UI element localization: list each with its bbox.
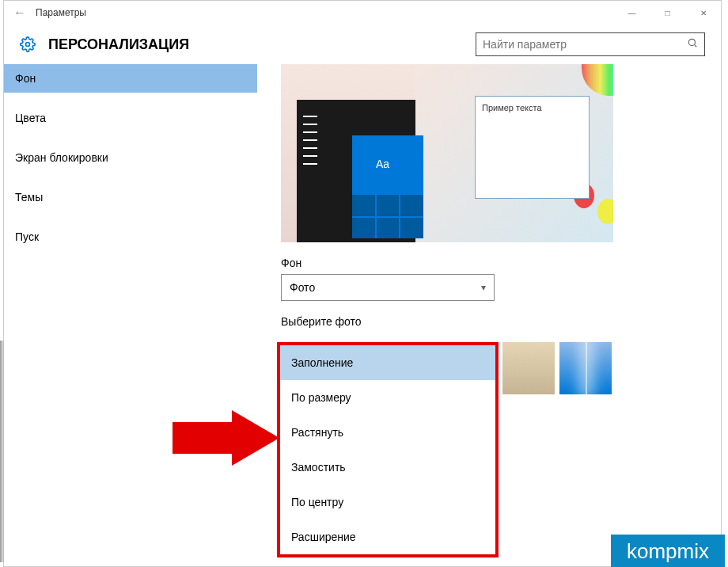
desktop-preview: Aa Пример текста [281,64,613,242]
maximize-button[interactable]: □ [650,1,685,25]
gear-icon [20,36,36,52]
choose-photo-label: Выберите фото [281,315,721,328]
sidebar-item-lockscreen[interactable]: Экран блокировки [4,143,257,172]
fit-option-tile[interactable]: Замостить [280,450,495,485]
svg-point-1 [688,39,695,45]
svg-marker-3 [173,410,279,466]
back-button[interactable]: ← [4,6,36,20]
page-title: ПЕРСОНАЛИЗАЦИЯ [48,36,476,53]
svg-point-0 [26,43,30,47]
sidebar-item-start[interactable]: Пуск [4,223,257,251]
fit-dropdown-menu: Заполнение По размеру Растянуть Замостит… [277,342,499,557]
minimize-button[interactable]: — [614,1,650,25]
fit-option-fill[interactable]: Заполнение [280,345,495,380]
preview-tiles: Aa [352,135,423,238]
preview-tile-text: Aa [376,158,389,170]
annotation-arrow-icon [173,410,279,466]
sidebar-item-colors[interactable]: Цвета [4,104,257,132]
background-label: Фон [281,257,721,269]
titlebar: ← Параметры — □ ✕ [4,1,721,25]
search-input[interactable] [483,38,687,51]
fit-option-fit[interactable]: По размеру [280,380,495,415]
background-type-dropdown[interactable]: Фото ▾ [281,274,495,301]
window-shadow [0,341,5,562]
close-button[interactable]: ✕ [685,1,721,25]
preview-sample-text: Пример текста [482,103,582,112]
window-controls: — □ ✕ [614,1,721,25]
photo-thumb[interactable] [559,342,612,394]
fit-option-span[interactable]: Расширение [280,519,495,554]
sidebar: Фон Цвета Экран блокировки Темы Пуск [4,64,257,566]
fit-option-center[interactable]: По центру [280,485,495,519]
preview-start-panel: Aa [297,100,415,242]
preview-window: Пример текста [475,96,590,199]
sidebar-item-background[interactable]: Фон [4,64,257,93]
header-row: ПЕРСОНАЛИЗАЦИЯ [4,25,721,64]
window-title: Параметры [36,7,86,18]
watermark: kompmix [611,535,725,567]
dropdown-value: Фото [290,281,315,294]
svg-line-2 [695,45,697,48]
fit-option-stretch[interactable]: Растянуть [280,415,495,450]
search-box[interactable] [476,32,705,56]
photo-thumbnails [502,342,721,394]
photo-thumb[interactable] [502,342,555,394]
search-icon [687,37,698,51]
sidebar-item-themes[interactable]: Темы [4,183,257,211]
chevron-down-icon: ▾ [481,282,486,293]
